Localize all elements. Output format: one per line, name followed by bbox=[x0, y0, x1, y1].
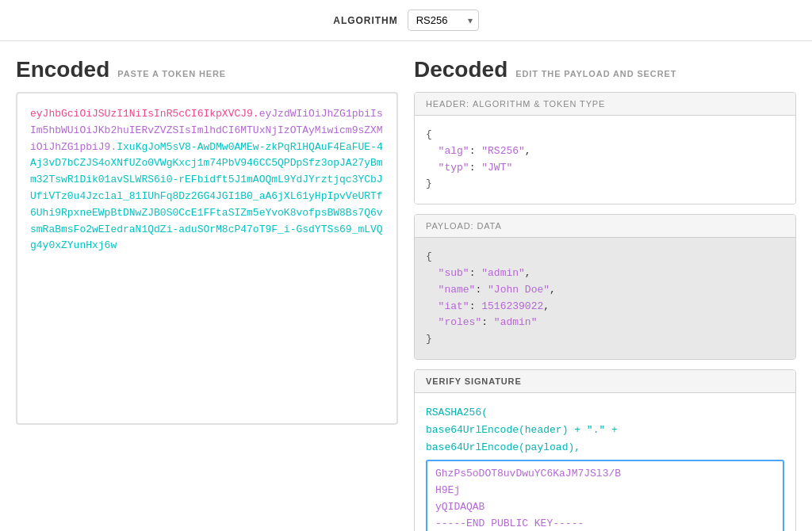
payload-section-header: PAYLOAD: DATA bbox=[415, 215, 795, 238]
encoded-subtitle: PASTE A TOKEN HERE bbox=[117, 69, 226, 78]
verify-key-line3: yQIDAQAB bbox=[435, 499, 775, 516]
payload-name-val: "John Doe" bbox=[488, 284, 550, 296]
encoded-token-display[interactable]: eyJhbGciOiJSUzI1NiIsInR5cCI6IkpXVCJ9.eyJ… bbox=[16, 92, 398, 425]
verify-header: VERIFY SIGNATURE bbox=[415, 370, 795, 393]
verify-line3: base64UrlEncode(payload), bbox=[426, 441, 580, 453]
main-content: Encoded PASTE A TOKEN HERE eyJhbGciOiJSU… bbox=[0, 41, 812, 531]
encoded-title: Encoded bbox=[16, 57, 109, 82]
algorithm-label: ALGORITHM bbox=[333, 15, 397, 26]
header-section: HEADER: ALGORITHM & TOKEN TYPE { "alg": … bbox=[414, 92, 796, 204]
payload-section: PAYLOAD: DATA { "sub": "admin", "name": … bbox=[414, 214, 796, 360]
header-alg-key: "alg" bbox=[439, 145, 469, 157]
header-typ-val: "JWT" bbox=[481, 162, 512, 174]
verify-func-name: RSASHA256( bbox=[426, 407, 488, 418]
algorithm-select-wrapper[interactable]: HS256 HS384 HS512 RS256 RS384 RS512 PS25… bbox=[408, 10, 479, 31]
encoded-title-row: Encoded PASTE A TOKEN HERE bbox=[16, 57, 398, 82]
payload-open-brace: { bbox=[426, 250, 432, 262]
payload-sub-key: "sub" bbox=[439, 267, 469, 279]
verify-key-box[interactable]: GhzPs5oDOT8uvDwuYC6KaJM7JSl3/B H9Ej yQID… bbox=[426, 460, 784, 531]
verify-body[interactable]: RSASHA256( base64UrlEncode(header) + "."… bbox=[415, 393, 795, 531]
payload-roles-key: "roles" bbox=[439, 316, 482, 328]
verify-section: VERIFY SIGNATURE RSASHA256( base64UrlEnc… bbox=[414, 369, 796, 531]
payload-label: PAYLOAD: bbox=[426, 221, 473, 231]
payload-name-key: "name" bbox=[439, 284, 476, 296]
header-open-brace: { bbox=[426, 128, 432, 140]
verify-line2: base64UrlEncode(header) + "." + bbox=[426, 424, 618, 436]
header-sublabel: ALGORITHM & TOKEN TYPE bbox=[473, 99, 605, 109]
payload-body[interactable]: { "sub": "admin", "name": "John Doe", "i… bbox=[415, 238, 795, 359]
payload-iat-val: 1516239022 bbox=[481, 300, 543, 312]
decoded-subtitle: EDIT THE PAYLOAD AND SECRET bbox=[515, 69, 676, 78]
header-alg-val: "RS256" bbox=[481, 145, 525, 157]
payload-roles-val: "admin" bbox=[494, 316, 538, 328]
token-signature-part: IxuKgJoM5sV8-AwDMw0AMEw-zkPqRlHQAuF4EaFU… bbox=[30, 141, 383, 252]
payload-sublabel: DATA bbox=[477, 221, 501, 231]
verify-key-line2: H9Ej bbox=[435, 483, 775, 499]
verify-key-line4: -----END PUBLIC KEY----- bbox=[435, 516, 775, 531]
algorithm-select[interactable]: HS256 HS384 HS512 RS256 RS384 RS512 PS25… bbox=[408, 10, 479, 31]
header-close-brace: } bbox=[426, 178, 432, 189]
token-header-part: eyJhbGciOiJSUzI1NiIsInR5cCI6IkpXVCJ9 bbox=[30, 108, 253, 120]
header-body[interactable]: { "alg": "RS256", "typ": "JWT" } bbox=[415, 116, 795, 204]
encoded-panel: Encoded PASTE A TOKEN HERE eyJhbGciOiJSU… bbox=[16, 57, 398, 531]
payload-iat-key: "iat" bbox=[439, 300, 469, 312]
header-label: HEADER: bbox=[426, 99, 469, 109]
decoded-title: Decoded bbox=[414, 57, 508, 82]
verify-key-line1: GhzPs5oDOT8uvDwuYC6KaJM7JSl3/B bbox=[435, 466, 775, 483]
decoded-title-row: Decoded EDIT THE PAYLOAD AND SECRET bbox=[414, 57, 796, 82]
token-dot1: . bbox=[253, 108, 259, 120]
header-section-header: HEADER: ALGORITHM & TOKEN TYPE bbox=[415, 93, 795, 116]
payload-close-brace: } bbox=[426, 333, 432, 345]
header-typ-key: "typ" bbox=[439, 162, 469, 174]
decoded-panel: Decoded EDIT THE PAYLOAD AND SECRET HEAD… bbox=[414, 57, 796, 531]
top-bar: ALGORITHM HS256 HS384 HS512 RS256 RS384 … bbox=[0, 0, 812, 41]
payload-sub-val: "admin" bbox=[481, 267, 525, 279]
